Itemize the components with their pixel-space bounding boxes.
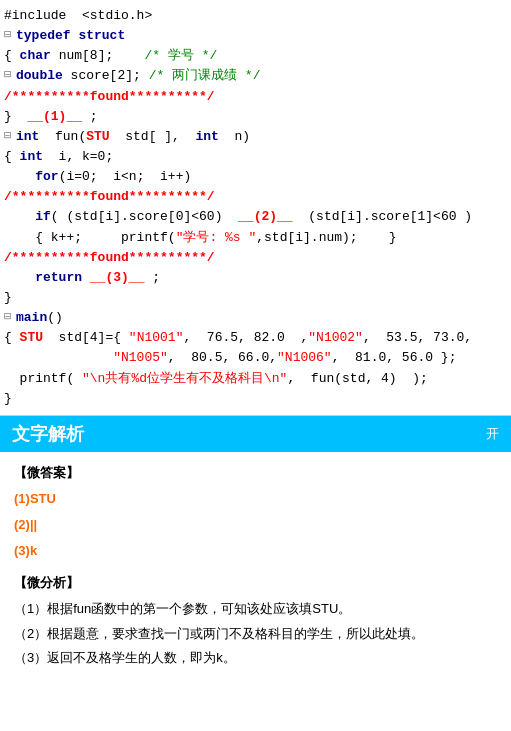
- analysis-item-2: （2）根据题意，要求查找一门或两门不及格科目的学生，所以此处填。: [14, 623, 497, 644]
- analysis-item-1: （1）根据fun函数中的第一个参数，可知该处应该填STU。: [14, 598, 497, 619]
- analysis-section: 文字解析 开 【微答案】 (1)STU (2)|| (3)k 【微分析】 （1）…: [0, 416, 511, 682]
- analysis-item-3: （3）返回不及格学生的人数，即为k。: [14, 647, 497, 668]
- code-line-blank1: } __(1)__ ;: [4, 107, 507, 127]
- code-line-return: return __(3)__ ;: [4, 268, 507, 288]
- code-line-if: if( (std[i].score[0]<60) __(2)__ (std[i]…: [4, 207, 507, 227]
- code-section: #include <stdio.h> ⊟ typedef struct { ch…: [0, 0, 511, 416]
- analysis-header: 文字解析 开: [0, 416, 511, 452]
- code-line-printf2: printf( "\n共有%d位学生有不及格科目\n", fun(std, 4)…: [4, 369, 507, 389]
- micro-analysis-label: 【微分析】: [14, 572, 497, 594]
- code-line-std-array2: "N1005", 80.5, 66.0,"N1006", 81.0, 56.0 …: [4, 348, 507, 368]
- code-line-found3: /**********found**********/: [4, 248, 507, 268]
- analysis-toggle[interactable]: 开: [486, 425, 499, 443]
- code-line-double: ⊟ double score[2]; /* 两门课成绩 */: [4, 66, 507, 86]
- code-line-close2: }: [4, 389, 507, 409]
- code-line-int-ik: { int i, k=0;: [4, 147, 507, 167]
- code-line-printf1: { k++; printf("学号: %s ",std[i].num); }: [4, 228, 507, 248]
- code-line-include: #include <stdio.h>: [4, 6, 507, 26]
- answer-3: (3)k: [14, 540, 497, 562]
- code-line-for: for(i=0; i<n; i++): [4, 167, 507, 187]
- analysis-title: 文字解析: [12, 422, 84, 446]
- code-line-main: ⊟ main(): [4, 308, 507, 328]
- code-line-found1: /**********found**********/: [4, 87, 507, 107]
- analysis-body: 【微答案】 (1)STU (2)|| (3)k 【微分析】 （1）根据fun函数…: [0, 452, 511, 682]
- code-line-char: { char num[8]; /* 学号 */: [4, 46, 507, 66]
- code-line-std-array1: { STU std[4]={ "N1001", 76.5, 82.0 ,"N10…: [4, 328, 507, 348]
- code-line-typedef: ⊟ typedef struct: [4, 26, 507, 46]
- micro-answer-label: 【微答案】: [14, 462, 497, 484]
- code-line-close1: }: [4, 288, 507, 308]
- answer-1: (1)STU: [14, 488, 497, 510]
- code-line-fun-decl: ⊟ int fun(STU std[ ], int n): [4, 127, 507, 147]
- answer-2: (2)||: [14, 514, 497, 536]
- code-line-found2: /**********found**********/: [4, 187, 507, 207]
